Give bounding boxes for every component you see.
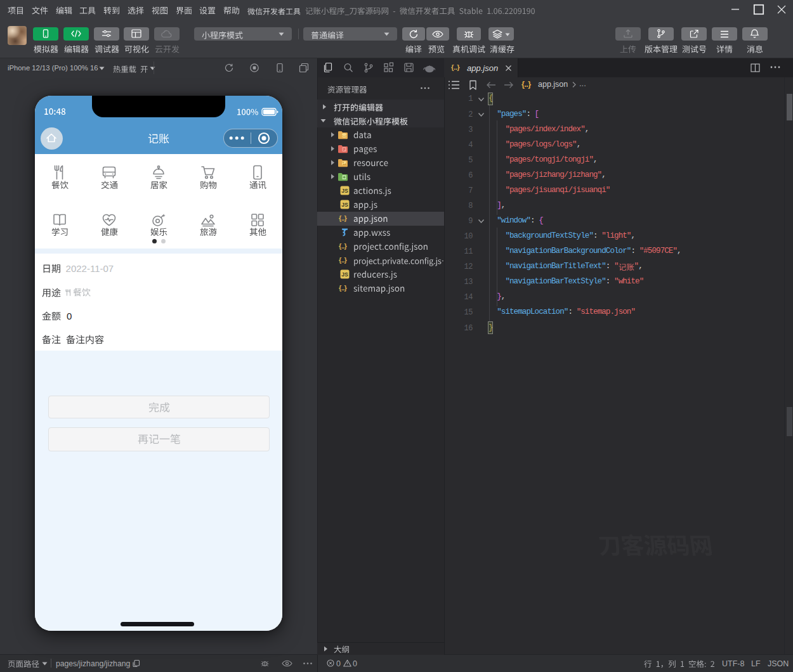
svg-text:JS: JS (341, 188, 348, 194)
svg-text:JS: JS (341, 202, 348, 208)
svg-text:JS: JS (341, 271, 348, 278)
